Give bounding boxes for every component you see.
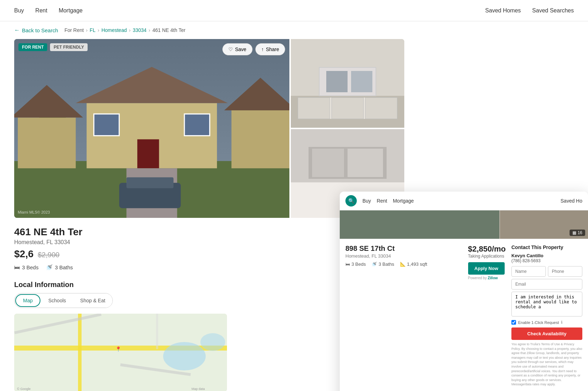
overlay-taking-apps: Taking Applications xyxy=(468,254,504,259)
breadcrumb-sep4: › xyxy=(149,27,150,33)
nav-mortgage[interactable]: Mortgage xyxy=(59,7,83,14)
contact-phone-input[interactable] xyxy=(548,266,582,277)
mls-label: Miami MLS© 2023 xyxy=(18,210,50,214)
svg-rect-19 xyxy=(298,98,330,119)
share-icon: ↑ xyxy=(261,46,264,52)
overlay-sqft: 📐 1,493 sqft xyxy=(400,261,427,267)
contact-email-input[interactable] xyxy=(511,279,582,290)
tab-map[interactable]: Map xyxy=(15,294,40,307)
breadcrumb: ← Back to Search For Rent › FL › Homeste… xyxy=(0,21,588,39)
property-price: $2,6 xyxy=(14,248,34,260)
overlay-price-section: $2,850/mo Taking Applications Apply Now … xyxy=(468,244,506,387)
svg-rect-42 xyxy=(340,210,499,239)
contact-name-input[interactable] xyxy=(511,266,546,277)
save-button[interactable]: ♡ Save xyxy=(222,43,253,55)
overlay-nav-rent[interactable]: Rent xyxy=(377,198,387,204)
badge-for-rent: FOR RENT xyxy=(18,43,47,51)
svg-rect-24 xyxy=(351,71,372,92)
overlay-sqft-icon: 📐 xyxy=(400,261,406,267)
breadcrumb-sep3: › xyxy=(129,27,131,33)
svg-rect-6 xyxy=(184,114,210,136)
svg-rect-4 xyxy=(137,139,159,169)
main-container: FOR RENT PET FRIENDLY ♡ Save ↑ Share Mia… xyxy=(0,39,588,391)
overlay-card: 🔍 Buy Rent Mortgage Saved Ho ▦ 16 89 xyxy=(340,192,588,391)
beds-label: 3 Beds xyxy=(22,264,39,270)
nav-saved-searches[interactable]: Saved Searches xyxy=(532,7,574,14)
property-price-old: $2,900 xyxy=(38,251,60,259)
svg-rect-33 xyxy=(78,314,82,391)
svg-rect-20 xyxy=(332,98,364,119)
breadcrumb-sep1: › xyxy=(86,27,88,33)
badge-pet-friendly: PET FRIENDLY xyxy=(50,43,88,51)
property-specs: 🛏 3 Beds 🚿 3 Baths xyxy=(14,264,227,271)
local-info-section: Local Information Map Schools Shop & Eat… xyxy=(14,281,227,391)
local-map[interactable]: 📍 © Google Map data xyxy=(14,314,227,391)
nav-saved-homes[interactable]: Saved Homes xyxy=(485,7,521,14)
contact-panel: Contact This Property Kevyn Cantillo (78… xyxy=(511,244,582,387)
tab-schools[interactable]: Schools xyxy=(41,293,73,308)
contact-name-phone-row xyxy=(511,266,582,279)
svg-text:Map data: Map data xyxy=(192,387,205,391)
svg-rect-12 xyxy=(18,117,76,168)
map-svg: 📍 © Google Map data xyxy=(14,314,227,391)
breadcrumb-sep2: › xyxy=(98,27,99,33)
breadcrumb-city[interactable]: Homestead xyxy=(101,27,127,33)
property-city-state: Homestead, FL 33034 xyxy=(14,239,227,246)
overlay-subaddress: Homestead, FL 33034 xyxy=(345,253,462,259)
overlay-bath-icon: 🚿 xyxy=(371,261,377,267)
heart-icon: ♡ xyxy=(228,46,233,52)
svg-rect-14 xyxy=(232,110,289,168)
price-row: $2,6 $2,900 xyxy=(14,248,227,260)
main-property-image[interactable]: FOR RENT PET FRIENDLY ♡ Save ↑ Share Mia… xyxy=(14,39,289,218)
baths-label: 3 Baths xyxy=(55,264,73,270)
side-image-kitchen[interactable] xyxy=(291,39,404,128)
one-click-label: Enable 1-Click Request xyxy=(518,320,559,325)
back-to-search-link[interactable]: ← Back to Search xyxy=(14,27,58,33)
badge-container: FOR RENT PET FRIENDLY xyxy=(18,43,88,51)
property-section: 461 NE 4th Ter Homestead, FL 33034 $2,6 … xyxy=(14,226,227,271)
overlay-bed-icon: 🛏 xyxy=(345,261,350,267)
overlay-image-strip[interactable]: ▦ 16 xyxy=(340,210,588,239)
nav-right: Saved Homes Saved Searches xyxy=(485,7,574,14)
nav-buy[interactable]: Buy xyxy=(14,7,24,14)
beds-spec: 🛏 3 Beds xyxy=(14,264,39,271)
breadcrumb-street: 461 NE 4th Ter xyxy=(152,27,185,33)
apply-now-button[interactable]: Apply Now xyxy=(468,262,505,275)
overlay-search-icon[interactable]: 🔍 xyxy=(345,195,357,206)
tab-shop-eat[interactable]: Shop & Eat xyxy=(73,293,112,308)
bed-icon: 🛏 xyxy=(14,264,20,271)
svg-point-38 xyxy=(200,333,225,351)
property-address: 461 NE 4th Ter xyxy=(14,226,227,238)
overlay-image-count: ▦ 16 xyxy=(570,230,585,236)
overlay-nav: 🔍 Buy Rent Mortgage Saved Ho xyxy=(340,192,588,210)
overlay-address: 898 SE 17th Ct xyxy=(345,244,462,253)
svg-text:© Google: © Google xyxy=(17,387,30,391)
image-grid-icon: ▦ xyxy=(572,230,577,235)
breadcrumb-state[interactable]: FL xyxy=(90,27,95,33)
image-grid: FOR RENT PET FRIENDLY ♡ Save ↑ Share Mia… xyxy=(14,39,404,218)
contact-agent-name: Kevyn Cantillo xyxy=(511,253,582,258)
info-icon: ℹ xyxy=(561,320,562,325)
contact-phone-number: (786) 828-5693 xyxy=(511,258,582,263)
overlay-specs: 🛏 3 Beds 🚿 3 Baths 📐 1,493 sqft xyxy=(345,261,462,267)
svg-rect-29 xyxy=(312,149,344,177)
breadcrumb-zip[interactable]: 33034 xyxy=(133,27,146,33)
image-actions: ♡ Save ↑ Share xyxy=(222,43,285,55)
overlay-beds: 🛏 3 Beds xyxy=(345,261,366,267)
contact-title: Contact This Property xyxy=(511,244,582,250)
svg-rect-11 xyxy=(127,177,174,188)
nav-rent[interactable]: Rent xyxy=(35,7,48,14)
overlay-price: $2,850/mo xyxy=(468,244,506,254)
one-click-checkbox[interactable] xyxy=(511,320,516,325)
overlay-property-info: 898 SE 17th Ct Homestead, FL 33034 🛏 3 B… xyxy=(345,244,462,387)
overlay-nav-mortgage[interactable]: Mortgage xyxy=(393,198,414,204)
overlay-nav-buy[interactable]: Buy xyxy=(362,198,371,204)
bath-icon: 🚿 xyxy=(46,264,53,271)
check-availability-button[interactable]: Check Availability xyxy=(511,327,582,340)
contact-message-input[interactable]: I am interested in this rental and would… xyxy=(511,292,582,316)
share-button[interactable]: ↑ Share xyxy=(255,43,285,55)
local-info-title: Local Information xyxy=(14,281,227,289)
contact-checkbox-row: Enable 1-Click Request ℹ xyxy=(511,320,582,325)
breadcrumb-for-rent: For Rent xyxy=(65,27,84,33)
overlay-baths: 🚿 3 Baths xyxy=(371,261,394,267)
